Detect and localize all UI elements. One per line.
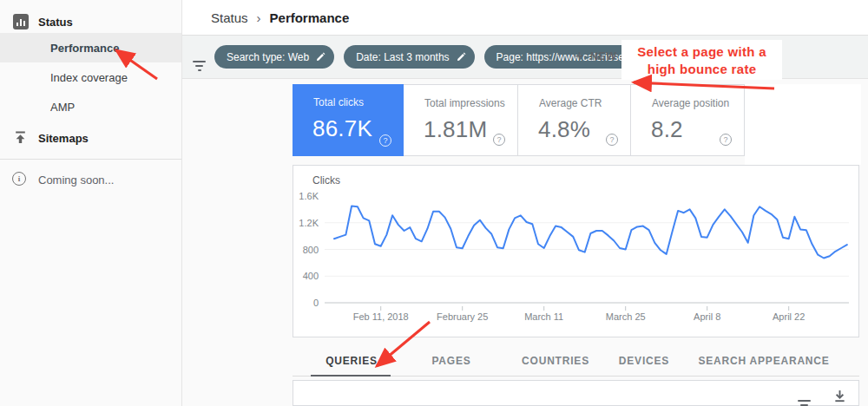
new-filter-button[interactable]: + NEW xyxy=(575,46,616,67)
metric-cards: Total clicks 86.7K ? Total impressions 1… xyxy=(293,84,745,156)
metric-card-average-ctr[interactable]: Average CTR 4.8% ? xyxy=(518,84,631,156)
svg-text:February 25: February 25 xyxy=(437,311,488,322)
svg-text:1.2K: 1.2K xyxy=(299,218,319,228)
annotation-line1: Select a page with a xyxy=(621,43,782,61)
sidebar-item-coming-soon: i Coming soon... xyxy=(0,165,181,194)
background-patch xyxy=(745,84,861,165)
table-filter-icon[interactable] xyxy=(798,390,811,406)
info-icon: i xyxy=(12,172,28,187)
svg-text:March 25: March 25 xyxy=(606,311,646,322)
download-icon[interactable] xyxy=(833,390,846,406)
tab-label: SEARCH APPEARANCE xyxy=(698,355,829,367)
tab-queries[interactable]: QUERIES xyxy=(326,344,378,377)
sidebar-item-status[interactable]: Status xyxy=(0,7,181,36)
metric-value: 86.7K xyxy=(312,115,372,142)
sidebar-item-label: Coming soon... xyxy=(38,174,114,187)
sidebar-item-label: Performance xyxy=(50,42,119,55)
clicks-line-chart[interactable]: 1.6K1.2K8004000Feb 11, 2018February 25Ma… xyxy=(293,188,858,336)
svg-text:400: 400 xyxy=(303,271,319,281)
chart-axis-title: Clicks xyxy=(312,174,340,187)
edit-icon[interactable] xyxy=(316,52,326,62)
tab-pages[interactable]: PAGES xyxy=(431,344,470,377)
svg-text:March 11: March 11 xyxy=(524,311,563,322)
metric-card-total-clicks[interactable]: Total clicks 86.7K ? xyxy=(293,84,404,156)
sidebar-item-label: Sitemaps xyxy=(38,132,89,145)
svg-text:1.6K: 1.6K xyxy=(299,191,319,201)
sidebar: Status Performance Index coverage AMP Si… xyxy=(0,0,182,406)
svg-text:April 8: April 8 xyxy=(694,311,720,322)
metric-label: Total impressions xyxy=(424,97,505,109)
upload-icon xyxy=(13,130,29,146)
sidebar-item-label: Index coverage xyxy=(50,71,128,84)
active-tab-underline xyxy=(311,375,391,377)
sidebar-item-label: AMP xyxy=(50,101,75,114)
tab-label: COUNTRIES xyxy=(522,355,589,367)
clicks-chart-card: Clicks 1.6K1.2K8004000Feb 11, 2018Februa… xyxy=(293,165,859,337)
svg-text:800: 800 xyxy=(303,245,319,255)
help-icon[interactable]: ? xyxy=(720,134,732,146)
edit-icon[interactable] xyxy=(457,52,466,62)
chip-label: Search type: Web xyxy=(227,51,309,63)
sidebar-item-performance[interactable]: Performance xyxy=(0,33,181,62)
new-button-label: NEW xyxy=(590,50,616,62)
metric-value: 1.81M xyxy=(424,116,487,143)
sidebar-item-index-coverage[interactable]: Index coverage xyxy=(0,62,181,92)
tab-label: DEVICES xyxy=(619,355,669,367)
dimension-tabs: QUERIES PAGES COUNTRIES DEVICES SEARCH A… xyxy=(293,344,859,377)
sidebar-item-sitemaps[interactable]: Sitemaps xyxy=(0,123,181,153)
breadcrumb-separator-icon: › xyxy=(257,10,261,25)
metric-card-total-impressions[interactable]: Total impressions 1.81M ? xyxy=(404,84,518,156)
metric-value: 8.2 xyxy=(651,116,683,143)
annotation-note: Select a page with a high bounce rate xyxy=(621,40,782,80)
plus-icon: + xyxy=(575,46,584,67)
tab-devices[interactable]: DEVICES xyxy=(619,344,669,377)
sidebar-divider xyxy=(0,159,181,160)
metric-label: Average position xyxy=(652,97,729,109)
metric-label: Total clicks xyxy=(313,96,364,108)
metric-card-average-position[interactable]: Average position 8.2 ? xyxy=(631,84,745,156)
tab-countries[interactable]: COUNTRIES xyxy=(522,344,589,377)
tab-label: QUERIES xyxy=(326,355,378,367)
tab-label: PAGES xyxy=(431,355,470,367)
breadcrumb-current: Performance xyxy=(270,10,350,25)
queries-table-card xyxy=(293,380,859,406)
help-icon[interactable]: ? xyxy=(379,134,391,147)
sidebar-item-label: Status xyxy=(38,16,73,29)
metric-label: Average CTR xyxy=(539,97,602,109)
search-type-chip[interactable]: Search type: Web xyxy=(214,45,334,69)
help-icon[interactable]: ? xyxy=(606,134,618,146)
tab-search-appearance[interactable]: SEARCH APPEARANCE xyxy=(698,344,829,377)
chip-label: Date: Last 3 months xyxy=(356,51,449,63)
header-bar: Status › Performance xyxy=(182,0,868,36)
svg-text:0: 0 xyxy=(313,298,319,308)
svg-text:April 22: April 22 xyxy=(773,311,805,322)
filter-list-icon[interactable] xyxy=(193,50,206,71)
svg-text:Feb 11, 2018: Feb 11, 2018 xyxy=(353,311,409,322)
help-icon[interactable]: ? xyxy=(493,134,505,146)
sidebar-item-amp[interactable]: AMP xyxy=(0,92,181,121)
annotation-line2: high bounce rate xyxy=(621,61,782,78)
bar-chart-icon xyxy=(13,14,29,29)
date-range-chip[interactable]: Date: Last 3 months xyxy=(344,45,474,69)
breadcrumb-parent[interactable]: Status xyxy=(211,10,248,25)
metric-value: 4.8% xyxy=(538,116,590,143)
